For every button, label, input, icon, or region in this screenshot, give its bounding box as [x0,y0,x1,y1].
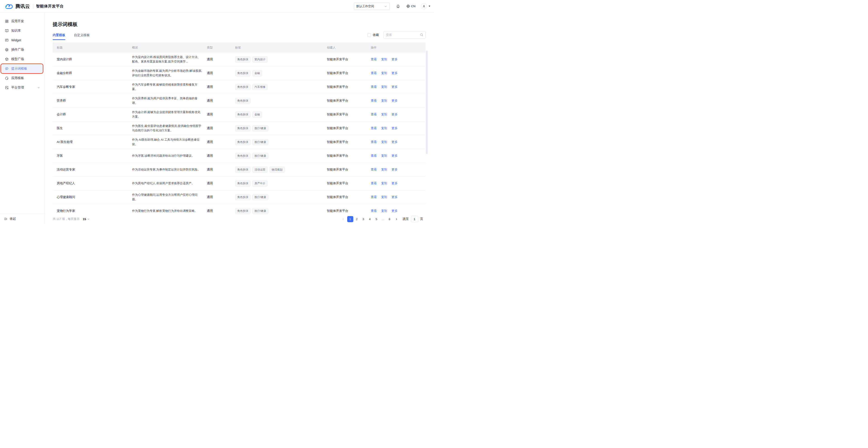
template-title: 房地产经纪人 [53,181,132,185]
action-link-more[interactable]: 更多 [392,112,398,116]
workspace-select[interactable]: 默认工作空间 [354,3,390,10]
user-menu[interactable] [421,3,430,9]
sidebar-item-prompt-templates[interactable]: 提示词模板 [2,64,43,73]
pagination-page-4[interactable]: 4 [367,216,373,222]
pagination-page-3[interactable]: 3 [360,216,366,222]
action-link-more[interactable]: 更多 [392,181,398,185]
action-link-more[interactable]: 更多 [392,126,398,130]
action-link-copy[interactable]: 复制 [381,195,387,199]
top-bar: 腾讯云 智能体开发平台 默认工作空间 [0,0,434,13]
template-actions: 查看复制更多 [371,57,426,61]
action-link-more[interactable]: 更多 [392,99,398,103]
template-type: 通用 [207,168,235,172]
sidebar-item-widget[interactable]: Widget [2,35,43,45]
action-link-copy[interactable]: 复制 [381,57,387,61]
tab-custom-templates[interactable]: 自定义模板 [74,33,90,40]
page-size-select[interactable]: 15 [83,217,90,221]
sidebar-item-knowledge-base[interactable]: 知识库 [2,26,43,35]
action-link-copy[interactable]: 复制 [381,140,387,144]
template-actions: 查看复制更多 [371,168,426,172]
template-tags: 角色扮演活动运营物流规划 [235,167,327,173]
tab-builtin-templates[interactable]: 内置模板 [53,33,65,40]
template-title: 室内设计师 [53,57,132,61]
action-link-view[interactable]: 查看 [371,99,377,103]
layers-icon [5,48,9,52]
search-input[interactable] [383,31,426,39]
action-link-copy[interactable]: 复制 [381,154,387,158]
sidebar-item-plugin-market[interactable]: 插件广场 [2,45,43,55]
template-creator: 智能体开发平台 [327,181,371,185]
action-link-more[interactable]: 更多 [392,85,398,89]
action-link-copy[interactable]: 复制 [381,99,387,103]
action-link-view[interactable]: 查看 [371,126,377,130]
action-link-copy[interactable]: 复制 [381,209,387,213]
action-link-view[interactable]: 查看 [371,195,377,199]
template-tags: 角色扮演汽车维修 [235,84,327,90]
action-link-copy[interactable]: 复制 [381,168,387,172]
chevron-down-icon [87,218,90,220]
jump-page-input[interactable] [411,216,418,222]
template-overview: 作为医生,能全面评估患者健康情况,提供融合传统医学与自然疗法的个性化治疗方案。 [132,124,203,133]
template-overview: 作为房地产经纪人,依据用户需求推荐合适房产。 [132,181,203,185]
pagination-prev-icon[interactable] [341,216,346,222]
action-link-view[interactable]: 查看 [371,71,377,75]
action-link-more[interactable]: 更多 [392,57,398,61]
action-link-view[interactable]: 查看 [371,85,377,89]
action-link-view[interactable]: 查看 [371,168,377,172]
template-title: 医生 [53,126,132,130]
action-link-more[interactable]: 更多 [392,209,398,213]
table-row: 医生作为医生,能全面评估患者健康情况,提供融合传统医学与自然疗法的个性化治疗方案… [53,122,426,135]
template-type: 通用 [207,195,235,199]
language-switch[interactable]: CN [406,4,416,8]
tabs-row: 内置模板 自定义模板 收藏 [53,30,426,40]
sidebar-item-model-market[interactable]: 模型广场 [2,55,43,64]
main-content: 提示词模板 内置模板 自定义模板 收藏 [45,13,434,224]
sidebar-collapse-button[interactable]: 收起 [0,214,45,224]
action-link-copy[interactable]: 复制 [381,181,387,185]
pagination-page-8[interactable]: 8 [386,216,393,222]
pagination-page-2[interactable]: 2 [354,216,360,222]
action-link-view[interactable]: 查看 [371,181,377,185]
action-link-copy[interactable]: 复制 [381,112,387,116]
template-creator: 智能体开发平台 [327,71,371,75]
action-link-copy[interactable]: 复制 [381,85,387,89]
template-overview: 作为心理健康顾问,运用专业方法帮用户应对心理问题。 [132,193,203,202]
action-link-more[interactable]: 更多 [392,195,398,199]
tag-badge: 角色扮演 [235,70,250,76]
template-overview: 作为室内设计师,根据房间类型推荐主题、设计方法、配色、家具布置及装饰方案,提升空… [132,55,203,64]
pagination-next-icon[interactable] [394,216,399,222]
action-link-view[interactable]: 查看 [371,154,377,158]
template-tags: 角色扮演医疗/健康 [235,139,327,145]
template-overview: 作为汽车诊断专家,能够提供精准故障排查和修复方案。 [132,82,203,92]
pagination-page-1[interactable]: 1 [347,216,353,222]
vertical-scrollbar-thumb[interactable] [426,50,428,154]
sidebar-item-app-dev[interactable]: 应用开发 [2,16,43,26]
sidebar-item-app-templates[interactable]: 应用模板 [2,73,43,83]
action-link-view[interactable]: 查看 [371,140,377,144]
action-link-more[interactable]: 更多 [392,168,398,172]
action-link-view[interactable]: 查看 [371,57,377,61]
sidebar-item-label: 模型广场 [11,57,24,61]
tag-badge: 医疗/健康 [252,125,268,131]
notification-bell-icon[interactable] [396,4,400,8]
table-body: 室内设计师作为室内设计师,根据房间类型推荐主题、设计方法、配色、家具布置及装饰方… [53,53,426,218]
template-tags: 角色扮演医疗/健康 [235,208,327,214]
pagination-pages: 12345...8 [347,216,393,222]
action-link-copy[interactable]: 复制 [381,71,387,75]
template-tags: 角色扮演金融 [235,70,327,76]
template-type: 通用 [207,154,235,158]
action-link-copy[interactable]: 复制 [381,126,387,130]
action-link-view[interactable]: 查看 [371,209,377,213]
action-link-more[interactable]: 更多 [392,140,398,144]
template-type: 通用 [207,85,235,89]
favorite-checkbox[interactable] [367,33,371,37]
sidebar-item-platform-admin[interactable]: 平台管理 [2,83,43,92]
action-link-more[interactable]: 更多 [392,71,398,75]
template-title: 宠物行为学家 [53,209,132,213]
pagination-page-5[interactable]: 5 [373,216,379,222]
template-creator: 智能体开发平台 [327,57,371,61]
search-icon[interactable] [420,33,424,37]
action-link-view[interactable]: 查看 [371,112,377,116]
chat-icon [5,67,9,71]
action-link-more[interactable]: 更多 [392,154,398,158]
